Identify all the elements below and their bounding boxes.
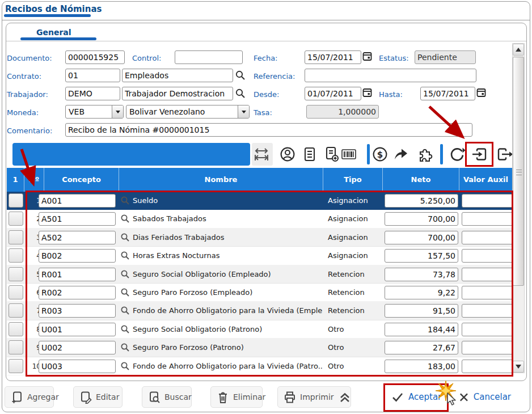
concepto-search-icon[interactable] (120, 214, 130, 224)
row-selector-button[interactable] (9, 212, 23, 226)
refresh-icon[interactable] (449, 146, 466, 163)
desde-calendar-icon[interactable] (362, 87, 372, 99)
concepto-search-icon[interactable] (120, 361, 130, 371)
cancelar-button[interactable]: Cancelar (455, 387, 514, 407)
trabajador-name-input[interactable] (122, 87, 233, 100)
moneda-code-select[interactable]: VEB (65, 105, 124, 119)
row-selector-button[interactable] (9, 193, 23, 208)
neto-input[interactable] (385, 286, 458, 299)
hasta-calendar-icon[interactable] (476, 87, 486, 99)
fecha-calendar-icon[interactable] (362, 51, 372, 63)
valor-auxiliar-input[interactable] (462, 360, 512, 373)
valor-auxiliar-input[interactable] (462, 268, 512, 281)
agregar-button[interactable]: Agregar (5, 386, 54, 408)
concepto-input[interactable] (39, 249, 116, 263)
valor-auxiliar-input[interactable] (462, 286, 512, 299)
concepto-input[interactable] (39, 231, 116, 244)
share-forward-icon[interactable] (392, 146, 409, 163)
grid-row[interactable]: 7 Fondo de Ahorro Obligatorio para la Vi… (7, 302, 512, 320)
grid-row[interactable]: 2 Sabados Trabajados Asignacion (7, 210, 512, 228)
neto-input[interactable] (385, 212, 458, 226)
fit-columns-icon[interactable] (253, 146, 270, 163)
concepto-search-icon[interactable] (120, 233, 130, 243)
grid-header-valor-auxiliar[interactable]: Valor Auxil (459, 168, 512, 192)
neto-input[interactable] (385, 323, 458, 336)
grid-row[interactable]: 10 Fondo de Ahorro Obligatorio para la V… (7, 357, 512, 375)
neto-input[interactable] (385, 360, 458, 373)
trabajador-search-icon[interactable] (235, 88, 246, 99)
scrollbar-thumb[interactable] (513, 57, 524, 286)
user-icon[interactable] (279, 146, 296, 163)
neto-input[interactable] (385, 194, 458, 208)
concepto-input[interactable] (39, 304, 116, 318)
document-icon[interactable] (301, 146, 318, 163)
money-icon[interactable]: $ (371, 146, 389, 163)
concepto-input[interactable] (39, 360, 116, 373)
grid-row[interactable]: 8 Seguro Social Obligatorio (Patrono) Ot… (7, 320, 512, 339)
control-input[interactable] (175, 50, 243, 64)
fecha-input[interactable] (305, 50, 361, 64)
grid-row[interactable]: 5 Seguro Social Obligatorio (Empleado) R… (7, 265, 512, 284)
scroll-down-icon[interactable] (513, 361, 524, 373)
row-selector-button[interactable] (9, 267, 23, 281)
concepto-search-icon[interactable] (120, 196, 130, 206)
row-selector-button[interactable] (9, 303, 23, 318)
concepto-search-icon[interactable] (120, 306, 130, 316)
documento-input[interactable] (65, 50, 125, 64)
valor-auxiliar-input[interactable] (462, 323, 512, 336)
concepto-input[interactable] (39, 286, 116, 299)
referencia-input[interactable] (305, 69, 476, 82)
neto-input[interactable] (385, 231, 458, 244)
export-icon[interactable] (496, 146, 513, 163)
document-add-icon[interactable] (323, 146, 340, 163)
grid-header-concepto[interactable]: Concepto (44, 168, 119, 192)
valor-auxiliar-input[interactable] (462, 212, 512, 226)
neto-input[interactable] (385, 268, 458, 281)
concepto-search-icon[interactable] (120, 343, 130, 353)
valor-auxiliar-input[interactable] (462, 231, 512, 244)
valor-auxiliar-input[interactable] (462, 341, 512, 354)
grid-row[interactable]: 3 Dias Feriados Trabajados Asignacion (7, 229, 512, 247)
contrato-search-icon[interactable] (235, 70, 246, 81)
grid-row[interactable]: 1 Sueldo Asignacion (7, 192, 512, 210)
grid-header-numero[interactable]: Nº (24, 168, 44, 192)
moneda-name-select[interactable]: Bolivar Venezolano (126, 105, 250, 119)
aceptar-button[interactable]: Aceptar (388, 387, 447, 407)
contrato-code-input[interactable] (65, 69, 120, 82)
neto-input[interactable] (385, 304, 458, 318)
row-selector-button[interactable] (9, 285, 23, 299)
row-selector-button[interactable] (9, 248, 23, 263)
concepto-input[interactable] (39, 194, 116, 208)
comentario-input[interactable] (65, 123, 472, 137)
valor-auxiliar-input[interactable] (462, 249, 512, 263)
grid-row[interactable]: 6 Seguro Paro Forzoso (Empleado) Retenci… (7, 284, 512, 302)
row-selector-button[interactable] (9, 230, 23, 244)
grid-header-tipo[interactable]: Tipo (323, 168, 383, 192)
import-icon[interactable] (471, 146, 488, 163)
plugin-puzzle-icon[interactable] (417, 146, 434, 163)
row-selector-button[interactable] (9, 340, 23, 354)
grid-row[interactable]: 4 Horas Extras Nocturnas Asignacion (7, 247, 512, 265)
valor-auxiliar-input[interactable] (462, 304, 512, 318)
row-selector-button[interactable] (9, 359, 23, 373)
concepto-search-icon[interactable] (120, 269, 130, 280)
contrato-name-input[interactable] (122, 69, 233, 82)
concepto-search-icon[interactable] (120, 288, 130, 298)
grid-header-corner[interactable]: 1 (7, 168, 24, 192)
grid-header-nombre[interactable]: Nombre (119, 168, 323, 192)
hasta-input[interactable] (420, 87, 475, 100)
barcode-icon[interactable] (340, 146, 357, 163)
buscar-button[interactable]: Buscar (142, 386, 192, 408)
neto-input[interactable] (385, 341, 458, 354)
concepto-input[interactable] (39, 212, 116, 226)
moneda-code-dropdown-icon[interactable] (112, 105, 123, 118)
row-selector-button[interactable] (9, 322, 23, 336)
tab-general[interactable]: General (36, 28, 71, 37)
moneda-name-dropdown-icon[interactable] (238, 105, 249, 118)
concepto-input[interactable] (39, 341, 116, 354)
concepto-search-icon[interactable] (120, 251, 130, 261)
grid-row[interactable]: 9 Seguro Paro Forzoso (Patrono) Otro (7, 339, 512, 357)
neto-input[interactable] (385, 249, 458, 263)
scroll-up-icon[interactable] (513, 44, 524, 56)
editar-button[interactable]: Editar (73, 386, 123, 408)
